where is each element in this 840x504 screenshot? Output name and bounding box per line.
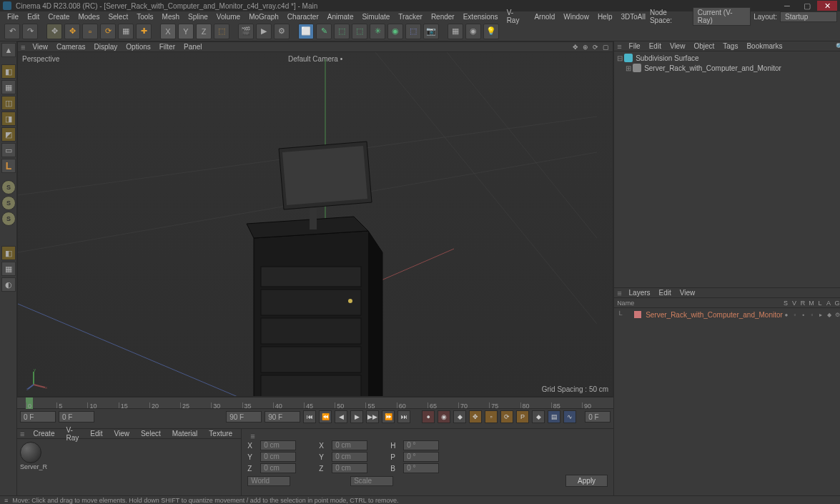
timeline-end-field[interactable]: 90 F xyxy=(226,411,262,423)
mat-tab-vray[interactable]: V-Ray xyxy=(60,426,84,442)
rotate-tool[interactable]: ⟳ xyxy=(100,24,116,39)
render-view-button[interactable]: 🎬 xyxy=(238,24,254,39)
vp-nav-icon-1[interactable]: ✥ xyxy=(571,43,580,51)
om-menu-bookmarks[interactable]: Bookmarks xyxy=(742,42,786,50)
play-button[interactable]: ▶ xyxy=(350,410,363,423)
lm-menu-layers[interactable]: Layers xyxy=(625,289,655,297)
apply-button[interactable]: Apply xyxy=(565,475,608,487)
om-search-icon[interactable]: 🔍 xyxy=(836,43,840,50)
vp-menu-filter[interactable]: Filter xyxy=(155,43,179,51)
coord-mode2-dropdown[interactable]: Scale xyxy=(350,476,393,486)
texture-mode-button[interactable]: ▦ xyxy=(1,80,16,94)
vp-nav-icon-2[interactable]: ⊕ xyxy=(581,43,590,51)
place-tool[interactable]: ✚ xyxy=(136,24,152,39)
axis-z-button[interactable]: Z xyxy=(196,24,212,39)
vp-menu-cameras[interactable]: Cameras xyxy=(52,43,90,51)
key-pla-button[interactable]: ◆ xyxy=(532,410,545,423)
mat-tab-material[interactable]: Material xyxy=(167,430,204,438)
menu-animate[interactable]: Animate xyxy=(323,13,358,21)
vp-nav-icon-4[interactable]: ▢ xyxy=(601,43,610,51)
model-mode-button[interactable]: ◧ xyxy=(1,64,16,79)
om-menu-edit[interactable]: Edit xyxy=(645,42,666,50)
workplane-button[interactable]: ▭ xyxy=(1,143,16,157)
menu-simulate[interactable]: Simulate xyxy=(357,13,394,21)
coord-system-button[interactable]: ⬚ xyxy=(214,24,229,39)
coord-pos-field[interactable]: 0 cm xyxy=(260,452,296,462)
axis-y-button[interactable]: Y xyxy=(178,24,194,39)
grid-button[interactable]: ▦ xyxy=(448,24,463,39)
menu-spline[interactable]: Spline xyxy=(184,13,212,21)
menu-3dtoall[interactable]: 3DToAll xyxy=(616,13,649,21)
prev-frame-button[interactable]: ◀ xyxy=(335,410,347,423)
menu-file[interactable]: File xyxy=(3,13,23,21)
layer-gen-icon[interactable]: ⚙ xyxy=(834,311,840,318)
edge-mode-button[interactable]: ◨ xyxy=(1,112,16,126)
point-mode-button[interactable]: ◫ xyxy=(1,96,16,110)
layer-manager-icon[interactable]: ▫ xyxy=(809,311,816,318)
lm-menu-view[interactable]: View xyxy=(676,289,700,297)
key-rot-button[interactable]: ⟳ xyxy=(500,410,513,423)
dope-button[interactable]: ▤ xyxy=(548,410,560,423)
xray-button[interactable]: ▦ xyxy=(1,262,16,276)
autokey-button[interactable]: ◉ xyxy=(438,410,450,423)
polygon-mode-button[interactable]: ◩ xyxy=(1,127,16,142)
material-item[interactable]: Server_R xyxy=(20,442,47,470)
menu-arnold[interactable]: Arnold xyxy=(530,13,559,21)
timeline-ruler[interactable]: 051015202530354045505560657075808590 xyxy=(17,397,613,409)
tree-expand-icon[interactable]: ⊞ xyxy=(626,64,633,72)
snap-toggle-1[interactable]: S xyxy=(1,180,16,194)
snap-button[interactable]: ◉ xyxy=(465,24,481,39)
layer-row[interactable]: └ Server_Rack_with_Computer_and_Monitor … xyxy=(617,310,840,320)
menu-vray[interactable]: V-Ray xyxy=(503,9,530,24)
fcurve-button[interactable]: ∿ xyxy=(563,410,576,423)
timeline-right-field[interactable]: 0 F xyxy=(585,411,611,423)
next-frame-button[interactable]: ▶▶ xyxy=(366,410,379,423)
menu-help[interactable]: Help xyxy=(593,13,617,21)
om-menu-object[interactable]: Object xyxy=(689,42,718,50)
menu-edit[interactable]: Edit xyxy=(23,13,44,21)
om-menu-view[interactable]: View xyxy=(666,42,690,50)
vp-menu-view[interactable]: View xyxy=(28,43,52,51)
layer-color-swatch[interactable] xyxy=(634,311,641,318)
coord-pos-field[interactable]: 0 cm xyxy=(260,463,296,473)
layer-view-icon[interactable]: ▫ xyxy=(791,311,799,318)
scale-tool[interactable]: ▫ xyxy=(82,24,98,39)
axis-x-button[interactable]: X xyxy=(160,24,176,39)
light-button[interactable]: 💡 xyxy=(483,24,499,39)
field-button[interactable]: ◉ xyxy=(387,24,403,39)
menu-mograph[interactable]: MoGraph xyxy=(244,13,283,21)
snap-toggle-2[interactable]: S xyxy=(1,196,16,210)
om-menu-file[interactable]: File xyxy=(625,42,645,50)
nodespace-dropdown[interactable]: Current (V-Ray) xyxy=(693,7,751,26)
coord-scale-field[interactable]: 0 cm xyxy=(332,463,367,473)
render-settings-button[interactable]: ⚙ xyxy=(274,24,290,39)
render-picture-button[interactable]: ▶ xyxy=(256,24,272,39)
key-scale-button[interactable]: ▫ xyxy=(485,410,498,423)
tree-expand-icon[interactable]: ⊟ xyxy=(617,54,624,62)
prev-key-button[interactable]: ⏪ xyxy=(319,410,332,423)
keyframe-sel-button[interactable]: ◆ xyxy=(453,410,466,423)
record-button[interactable]: ● xyxy=(422,410,435,423)
coord-rot-field[interactable]: 0 ° xyxy=(403,452,439,462)
coord-mode1-dropdown[interactable]: World xyxy=(247,476,290,486)
coord-scale-field[interactable]: 0 cm xyxy=(332,452,367,462)
key-pos-button[interactable]: ✥ xyxy=(469,410,482,423)
viewport[interactable]: Perspective Default Camera • Grid Spacin… xyxy=(18,52,613,396)
goto-start-button[interactable]: ⏮ xyxy=(303,410,316,423)
next-key-button[interactable]: ⏩ xyxy=(382,410,395,423)
make-editable-button[interactable]: ▲ xyxy=(1,43,16,57)
layer-lock-icon[interactable]: ▸ xyxy=(817,311,824,318)
generator-button[interactable]: ⬚ xyxy=(334,24,350,39)
vp-nav-icon-3[interactable]: ⟳ xyxy=(591,43,600,51)
select-tool[interactable]: ✥ xyxy=(46,24,62,39)
scene-button[interactable]: ⬚ xyxy=(405,24,421,39)
spline-button[interactable]: ✎ xyxy=(316,24,332,39)
lm-menu-edit[interactable]: Edit xyxy=(655,289,676,297)
key-param-button[interactable]: P xyxy=(516,410,529,423)
coord-scale-field[interactable]: 0 cm xyxy=(332,440,367,450)
mat-tab-edit[interactable]: Edit xyxy=(84,430,108,438)
menu-render[interactable]: Render xyxy=(427,13,459,21)
coord-pos-field[interactable]: 0 cm xyxy=(260,440,296,450)
undo-button[interactable]: ↶ xyxy=(4,24,20,39)
deformer-button[interactable]: ⬚ xyxy=(352,24,367,39)
